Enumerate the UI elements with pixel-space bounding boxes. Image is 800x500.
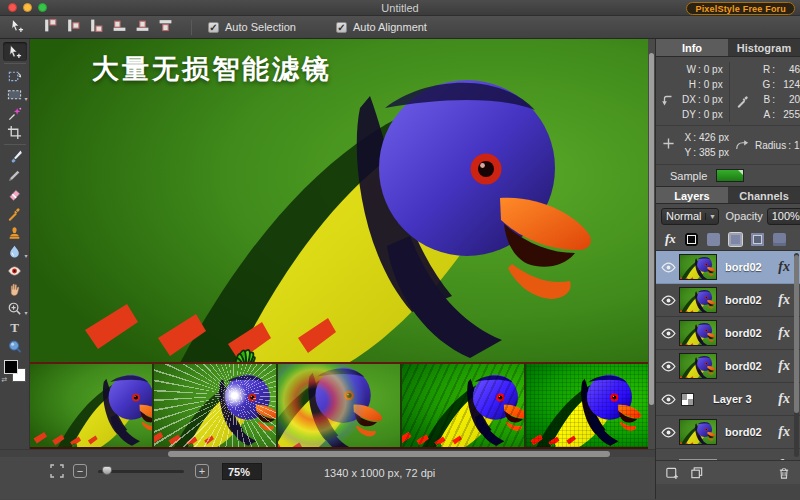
sample-color-swatch[interactable] <box>716 169 744 182</box>
move-cursor-icon[interactable] <box>9 18 29 36</box>
visibility-eye-icon[interactable] <box>661 359 676 374</box>
blur-tool[interactable]: ▾ <box>3 242 27 261</box>
tab-histogram[interactable]: Histogram <box>728 39 800 56</box>
layer-row-layer-3[interactable]: Layer 3fx <box>656 383 800 416</box>
checkbox-auto-alignment[interactable]: ✓Auto Alignment <box>336 21 427 33</box>
layer-name: bord02 <box>725 426 778 438</box>
search-tool[interactable] <box>3 337 27 356</box>
close-button[interactable] <box>8 3 17 12</box>
clone-stamp-tool[interactable] <box>3 223 27 242</box>
layer-fx-badge[interactable]: fx <box>778 424 790 440</box>
minimize-button[interactable] <box>23 3 32 12</box>
crop-tool[interactable] <box>3 123 27 142</box>
layer-style-black-icon[interactable] <box>685 233 698 246</box>
zoom-window-button[interactable] <box>38 3 47 12</box>
info-row-h: H:0 px <box>678 77 726 92</box>
layer-row-bord02[interactable]: bord02fx <box>656 251 800 284</box>
visibility-eye-icon[interactable] <box>661 458 676 461</box>
layer-row-bord02[interactable]: bord02fx <box>656 350 800 383</box>
transform-tool[interactable] <box>3 66 27 85</box>
eraser-tool[interactable] <box>3 185 27 204</box>
layer-row-bord02[interactable]: bord02fx <box>656 416 800 449</box>
layer-row-bord02[interactable]: bord02fx <box>656 317 800 350</box>
pencil-tool[interactable] <box>3 166 27 185</box>
blend-mode-select[interactable]: Normal▼ <box>661 208 719 225</box>
tab-layers[interactable]: Layers <box>656 187 728 203</box>
canvas-horizontal-scrollbar[interactable] <box>0 449 655 457</box>
zoom-rays-overlay <box>154 364 276 447</box>
filter-thumbnail-original[interactable] <box>30 364 152 447</box>
info-row-a: A:255 <box>752 107 800 122</box>
magic-wand-tool[interactable] <box>3 104 27 123</box>
layer-thumbnail <box>681 393 694 406</box>
filter-thumbnail-zoom-rays[interactable] <box>154 364 276 447</box>
zoom-slider[interactable] <box>98 470 184 473</box>
layer-fx-badge[interactable]: fx <box>778 457 790 460</box>
layer-style-inset-icon[interactable] <box>751 233 764 246</box>
info-row-b: B:20 <box>752 92 800 107</box>
checkbox-icon[interactable]: ✓ <box>208 22 219 33</box>
layer-style-plain-icon[interactable] <box>707 233 720 246</box>
checkbox-auto-selection[interactable]: ✓Auto Selection <box>208 21 296 33</box>
visibility-eye-icon[interactable] <box>661 260 676 275</box>
zoom-level-value[interactable]: 75% <box>222 463 262 480</box>
eyedropper-tool[interactable] <box>3 204 27 223</box>
tab-channels[interactable]: Channels <box>728 187 800 203</box>
fit-screen-icon[interactable] <box>50 464 64 478</box>
canvas-vertical-scrollbar[interactable] <box>648 39 655 449</box>
extrude-overlay <box>402 364 524 447</box>
zoom-in-icon[interactable]: + <box>195 464 209 478</box>
visibility-eye-icon[interactable] <box>661 293 676 308</box>
svg-text:T: T <box>10 320 19 335</box>
layer-buttons-bar <box>656 460 800 484</box>
marquee-tool[interactable]: ▾ <box>3 85 27 104</box>
brush-tool[interactable] <box>3 147 27 166</box>
info-row-dy: DY:0 px <box>678 107 726 122</box>
align-right-edges-icon[interactable] <box>89 18 104 37</box>
align-left-edges-icon[interactable] <box>43 18 58 37</box>
visibility-eye-icon[interactable] <box>661 392 676 407</box>
visibility-eye-icon[interactable] <box>661 425 676 440</box>
duplicate-layer-icon[interactable] <box>690 466 704 480</box>
layer-row[interactable]: fx <box>656 449 800 460</box>
tool-divider <box>4 63 26 64</box>
layer-style-outlined-icon[interactable] <box>729 233 742 246</box>
layer-fx-badge[interactable]: fx <box>778 292 790 308</box>
red-eye-tool[interactable] <box>3 261 27 280</box>
layer-style-flat-icon[interactable] <box>773 233 786 246</box>
move-tool[interactable] <box>3 42 27 61</box>
filter-thumbnail-extrude[interactable] <box>402 364 524 447</box>
layers-scrollbar[interactable] <box>794 253 799 457</box>
trial-badge[interactable]: PixelStyle Free Foru <box>686 2 795 15</box>
layer-name: bord02 <box>725 294 778 306</box>
layer-name: bord02 <box>725 360 778 372</box>
filter-thumbnail-rainbow-glow[interactable] <box>278 364 400 447</box>
layer-fx-badge[interactable]: fx <box>778 325 790 341</box>
visibility-eye-icon[interactable] <box>661 326 676 341</box>
zoom-out-icon[interactable]: − <box>73 464 87 478</box>
layer-row-bord02[interactable]: bord02fx <box>656 284 800 317</box>
layer-fx-badge[interactable]: fx <box>778 259 790 275</box>
filter-thumbnail-pixelate[interactable] <box>526 364 648 447</box>
document-canvas[interactable]: 大量无损智能滤镜 <box>30 39 648 449</box>
layer-name: bord02 <box>725 261 778 273</box>
align-center-horizontal-icon[interactable] <box>66 18 81 37</box>
opacity-select[interactable]: 100%▼ <box>767 208 800 225</box>
layer-fx-badge[interactable]: fx <box>778 358 790 374</box>
zoom-tool[interactable]: ▾ <box>3 299 27 318</box>
foreground-color-well[interactable] <box>4 360 18 374</box>
align-top-edges-icon[interactable] <box>112 18 127 37</box>
hand-tool[interactable] <box>3 280 27 299</box>
layer-fx-badge[interactable]: fx <box>778 391 790 407</box>
checkbox-icon[interactable]: ✓ <box>336 22 347 33</box>
tab-info[interactable]: Info <box>656 39 728 56</box>
swap-colors-icon[interactable]: ⇄ <box>2 376 8 384</box>
text-tool[interactable]: T <box>3 318 27 337</box>
align-bottom-edges-icon[interactable] <box>158 18 173 37</box>
new-layer-icon[interactable] <box>665 466 679 480</box>
zoom-slider-knob[interactable] <box>102 466 112 475</box>
tool-menu-caret-icon: ▾ <box>24 252 27 259</box>
right-panel: InfoHistogram W:0 pxH:0 pxDX:0 pxDY:0 px… <box>655 39 800 499</box>
align-center-vertical-icon[interactable] <box>135 18 150 37</box>
delete-layer-icon[interactable] <box>777 466 791 480</box>
